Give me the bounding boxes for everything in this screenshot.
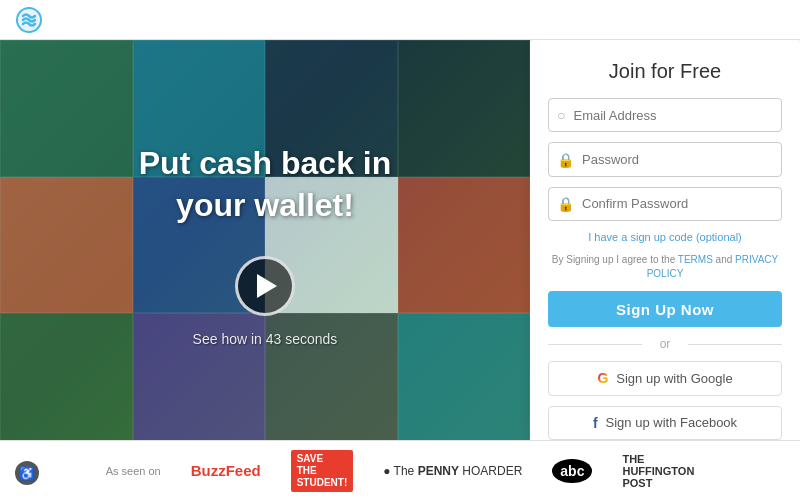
- buzzfeed-logo: BuzzFeed: [191, 462, 261, 479]
- gift-card: [398, 177, 531, 314]
- facebook-signup-button[interactable]: f Sign up with Facebook: [548, 406, 782, 440]
- as-seen-on-label: As seen on: [106, 465, 161, 477]
- logo-icon: [15, 6, 43, 34]
- gift-card: [398, 313, 531, 450]
- facebook-signup-label: Sign up with Facebook: [606, 415, 738, 430]
- header: [0, 0, 800, 40]
- password-wrapper: 🔒: [548, 142, 782, 176]
- terms-link[interactable]: TERMS: [678, 254, 713, 265]
- hero-title: Put cash back inyour wallet!: [139, 143, 392, 226]
- confirm-password-input[interactable]: [582, 196, 773, 211]
- password-input[interactable]: [582, 152, 773, 167]
- footer: As seen on BuzzFeed SAVETHESTUDENT! ● Th…: [0, 440, 800, 500]
- accessibility-icon[interactable]: ♿: [15, 461, 39, 485]
- hero-section: Put cash back inyour wallet! See how in …: [0, 40, 530, 450]
- lock-icon: 🔒: [557, 196, 574, 212]
- or-divider: or: [548, 337, 782, 351]
- google-icon: G: [597, 370, 608, 386]
- play-triangle-icon: [257, 274, 277, 298]
- abc-logo: abc: [552, 459, 592, 483]
- penny-hoarder-logo: ● The PENNY HOARDER: [383, 464, 522, 478]
- facebook-icon: f: [593, 415, 598, 431]
- gift-card: [0, 177, 133, 314]
- terms-text: By Signing up I agree to the TERMS and P…: [548, 253, 782, 281]
- email-wrapper: ○: [548, 98, 782, 132]
- lock-icon: 🔒: [557, 152, 574, 168]
- google-signup-label: Sign up with Google: [616, 371, 732, 386]
- signup-panel: Join for Free ○ 🔒 🔒 I have a sign up cod…: [530, 40, 800, 460]
- hero-content: Put cash back inyour wallet! See how in …: [139, 143, 392, 347]
- person-icon: ○: [557, 107, 565, 123]
- confirm-password-wrapper: 🔒: [548, 187, 782, 221]
- huffington-post-logo: THEHUFFINGTONPOST: [622, 453, 694, 489]
- play-button[interactable]: [235, 256, 295, 316]
- hero-subtitle: See how in 43 seconds: [139, 331, 392, 347]
- save-student-logo: SAVETHESTUDENT!: [291, 450, 354, 492]
- signup-button[interactable]: Sign Up Now: [548, 291, 782, 327]
- email-input[interactable]: [573, 108, 773, 123]
- panel-title: Join for Free: [548, 60, 782, 83]
- google-signup-button[interactable]: G Sign up with Google: [548, 361, 782, 395]
- gift-card: [0, 40, 133, 177]
- sign-up-code-link[interactable]: I have a sign up code (optional): [548, 231, 782, 243]
- gift-card: [0, 313, 133, 450]
- gift-card: [398, 40, 531, 177]
